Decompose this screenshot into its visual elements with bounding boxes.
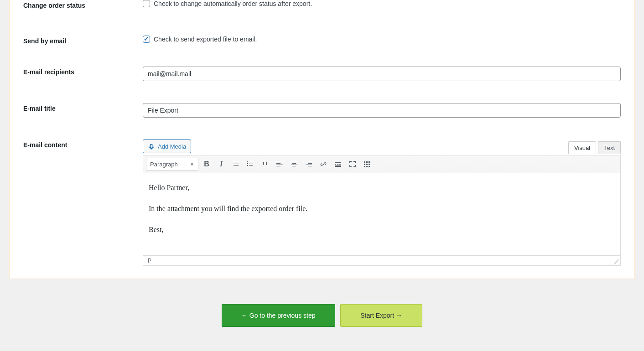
row-send-by-email: Send by email Check to send exported fil…: [23, 27, 621, 45]
add-media-label: Add Media: [158, 143, 186, 150]
label-email-content: E-mail content: [23, 139, 143, 149]
content-p2: In the attachment you will find the expo…: [149, 203, 615, 214]
label-email-recipients: E-mail recipients: [23, 67, 143, 76]
row-email-title: E-mail title: [23, 95, 621, 118]
editor-tabs: Visual Text: [568, 141, 621, 154]
tab-text[interactable]: Text: [598, 141, 621, 154]
checkbox-change-order-status[interactable]: [143, 0, 150, 7]
align-center-button[interactable]: [288, 158, 301, 170]
checkbox-send-by-email[interactable]: [143, 36, 150, 43]
label-send-by-email: Send by email: [23, 36, 143, 45]
label-email-title: E-mail title: [23, 103, 143, 112]
align-right-button[interactable]: [302, 158, 315, 170]
editor-content-area[interactable]: Hello Partner, In the attachment you wil…: [143, 173, 620, 255]
chevron-down-icon: ▼: [190, 162, 194, 167]
content-p1: Hello Partner,: [149, 182, 615, 193]
wizard-buttons: ← Go to the previous step Start Export →: [9, 292, 635, 327]
desc-change-order-status: Check to change automatically order stat…: [154, 0, 312, 7]
italic-button[interactable]: I: [215, 158, 228, 170]
fullscreen-button[interactable]: [346, 158, 359, 170]
insert-more-button[interactable]: [332, 158, 344, 170]
add-media-button[interactable]: Add Media: [143, 139, 191, 153]
format-select[interactable]: Paragraph ▼: [146, 158, 198, 170]
start-export-button[interactable]: Start Export →: [340, 304, 422, 327]
input-email-title[interactable]: [143, 103, 621, 118]
tab-visual[interactable]: Visual: [568, 141, 596, 154]
quote-button[interactable]: [259, 158, 271, 170]
editor-toolbar: Paragraph ▼ B I: [143, 155, 620, 173]
link-button[interactable]: [317, 158, 330, 170]
align-left-button[interactable]: [273, 158, 286, 170]
previous-step-button[interactable]: ← Go to the previous step: [222, 304, 335, 327]
bold-button[interactable]: B: [200, 158, 213, 170]
status-path[interactable]: P: [148, 258, 151, 264]
media-icon: [148, 143, 155, 150]
settings-panel: Change order status Check to change auto…: [9, 0, 635, 279]
desc-send-by-email: Check to send exported file to email.: [154, 36, 257, 43]
content-p3: Best,: [149, 224, 615, 235]
bullet-list-button[interactable]: [229, 158, 242, 170]
row-email-recipients: E-mail recipients: [23, 58, 621, 81]
input-email-recipients[interactable]: [143, 67, 621, 81]
numbered-list-button[interactable]: [244, 158, 257, 170]
row-email-content: E-mail content Add Media Visual Text: [23, 131, 621, 266]
resize-handle-icon[interactable]: [613, 259, 618, 264]
label-change-order-status: Change order status: [23, 0, 143, 9]
editor-box: Paragraph ▼ B I: [143, 155, 621, 266]
format-select-label: Paragraph: [150, 161, 178, 168]
editor-status-bar: P: [143, 255, 620, 265]
toolbar-toggle-button[interactable]: [361, 158, 374, 170]
row-change-order-status: Change order status Check to change auto…: [23, 0, 621, 9]
